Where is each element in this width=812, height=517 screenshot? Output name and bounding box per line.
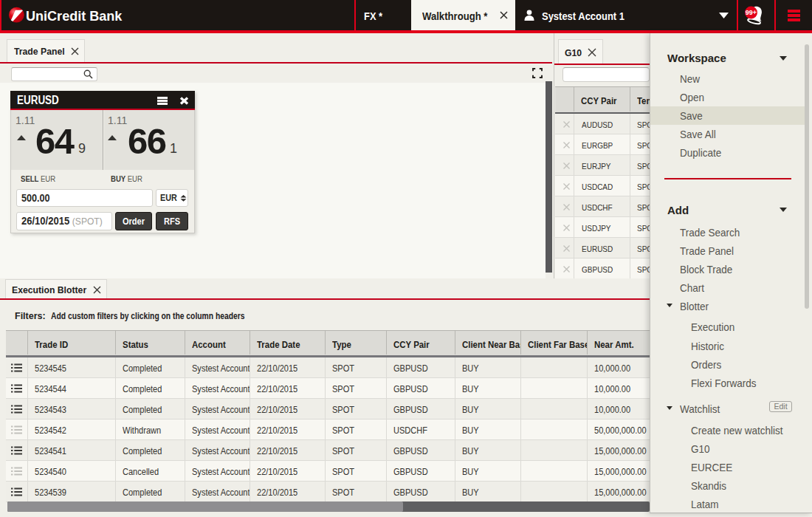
svg-text:99+: 99+ — [746, 9, 757, 16]
